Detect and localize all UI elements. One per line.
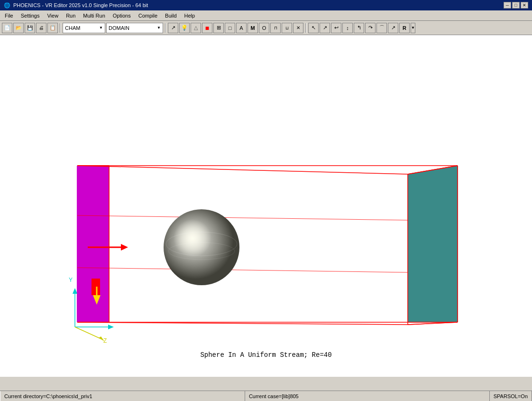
- toolbar-crop1-btn[interactable]: ⊓: [270, 23, 281, 33]
- svg-marker-1: [77, 166, 458, 322]
- app-icon: 🌐: [4, 2, 10, 9]
- svg-rect-22: [92, 279, 100, 295]
- toolbar-o-btn[interactable]: O: [259, 23, 269, 33]
- toolbar-save-btn[interactable]: 💾: [25, 23, 35, 33]
- toolbar-nav4-btn[interactable]: ↕: [342, 23, 353, 33]
- toolbar-nav8-btn[interactable]: ↗: [388, 23, 398, 33]
- close-button[interactable]: ✕: [521, 2, 528, 9]
- title-bar-left: 🌐 PHOENICS - VR Editor 2025 v1.0 Single …: [4, 2, 148, 9]
- toolbar-new-btn[interactable]: 📄: [2, 23, 12, 33]
- title-bar: 🌐 PHOENICS - VR Editor 2025 v1.0 Single …: [0, 0, 532, 10]
- svg-text:Z: Z: [103, 337, 107, 344]
- menu-bar: File Settings View Run Multi Run Options…: [0, 10, 532, 21]
- toolbar-open-btn[interactable]: 📂: [13, 23, 24, 33]
- toolbar-select-btn[interactable]: ↗: [168, 23, 178, 33]
- toolbar-nav7-btn[interactable]: ⌒: [376, 23, 387, 33]
- separator-1: [60, 23, 61, 33]
- minimize-button[interactable]: ─: [504, 2, 511, 9]
- menu-options[interactable]: Options: [109, 10, 135, 20]
- svg-point-26: [164, 209, 239, 285]
- status-case: Current case=[lib]805: [245, 391, 490, 401]
- menu-multirun[interactable]: Multi Run: [79, 10, 109, 20]
- menu-view[interactable]: View: [43, 10, 62, 20]
- toolbar-bulb-btn[interactable]: 💡: [179, 23, 190, 33]
- domain-label: DOMAIN: [109, 25, 129, 31]
- status-directory: Current directory=C:\phoenics\d_priv1: [0, 391, 245, 401]
- separator-3: [305, 23, 306, 33]
- svg-marker-2: [77, 166, 109, 322]
- scene-canvas: Y Z: [0, 35, 532, 377]
- menu-file[interactable]: File: [1, 10, 17, 20]
- title-text: PHOENICS - VR Editor 2025 v1.0 Single Pr…: [13, 2, 148, 8]
- toolbar-nav3-btn[interactable]: ↩: [331, 23, 341, 33]
- toolbar: 📄 📂 💾 🖨 📋 CHAM ▼ DOMAIN ▼ ↗ 💡 △ ■ ⊞ □ A …: [0, 21, 532, 35]
- svg-text:Y: Y: [69, 277, 73, 283]
- toolbar-m-btn[interactable]: M: [248, 23, 258, 33]
- toolbar-nav6-btn[interactable]: ↷: [365, 23, 376, 33]
- menu-settings[interactable]: Settings: [17, 10, 44, 20]
- domain-dropdown[interactable]: DOMAIN ▼: [106, 23, 163, 33]
- maximize-button[interactable]: □: [512, 2, 520, 9]
- toolbar-print-btn[interactable]: 🖨: [36, 23, 46, 33]
- toolbar-r-btn[interactable]: R: [399, 23, 410, 33]
- toolbar-grid-btn[interactable]: ⊞: [213, 23, 224, 33]
- svg-marker-3: [408, 166, 458, 322]
- cham-dropdown-arrow: ▼: [99, 26, 103, 30]
- separator-2: [165, 23, 166, 33]
- menu-compile[interactable]: Compile: [135, 10, 161, 20]
- toolbar-square-btn[interactable]: □: [225, 23, 235, 33]
- cham-dropdown[interactable]: CHAM ▼: [63, 23, 105, 33]
- cham-label: CHAM: [65, 25, 80, 31]
- toolbar-crop2-btn[interactable]: ⊔: [282, 23, 292, 33]
- viewport[interactable]: Y Z Sphere In A Uniform Stream; Re=40: [0, 35, 532, 377]
- menu-build[interactable]: Build: [161, 10, 180, 20]
- toolbar-cross-btn[interactable]: ✕: [293, 23, 303, 33]
- toolbar-nav5-btn[interactable]: ↰: [354, 23, 364, 33]
- menu-help[interactable]: Help: [181, 10, 199, 20]
- toolbar-red-btn[interactable]: ■: [202, 23, 212, 33]
- menu-run[interactable]: Run: [62, 10, 79, 20]
- toolbar-r-dropdown-btn[interactable]: ▼: [411, 23, 415, 33]
- toolbar-nav1-btn[interactable]: ↖: [308, 23, 319, 33]
- toolbar-copy-btn[interactable]: 📋: [47, 23, 58, 33]
- scene-caption: Sphere In A Uniform Stream; Re=40: [200, 351, 331, 359]
- toolbar-tri-btn[interactable]: △: [191, 23, 201, 33]
- toolbar-nav2-btn[interactable]: ↗: [320, 23, 330, 33]
- status-solver: SPARSOL=On: [490, 391, 532, 401]
- domain-dropdown-arrow: ▼: [157, 26, 161, 30]
- status-bar: Current directory=C:\phoenics\d_priv1 Cu…: [0, 391, 532, 401]
- toolbar-a-btn[interactable]: A: [236, 23, 247, 33]
- window-controls[interactable]: ─ □ ✕: [504, 2, 528, 9]
